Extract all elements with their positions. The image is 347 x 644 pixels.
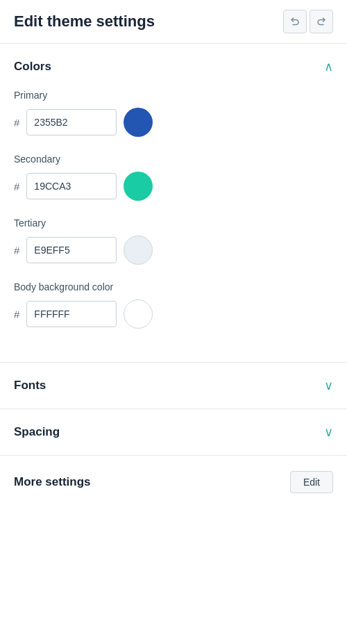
page-title: Edit theme settings (14, 13, 155, 31)
spacing-chevron-icon: ∨ (324, 424, 333, 440)
secondary-color-input-row: # (14, 172, 333, 201)
body-bg-color-input[interactable] (26, 301, 117, 327)
tertiary-color-input-row: # (14, 236, 333, 265)
fonts-section-header[interactable]: Fonts ∨ (0, 363, 347, 408)
primary-color-label: Primary (14, 90, 333, 101)
spacing-section: Spacing ∨ (0, 409, 347, 456)
spacing-section-header[interactable]: Spacing ∨ (0, 409, 347, 455)
undo-button[interactable] (283, 10, 307, 33)
body-bg-hash-symbol: # (14, 308, 19, 320)
primary-color-input-row: # (14, 108, 333, 137)
body-bg-color-input-row: # (14, 299, 333, 329)
primary-color-swatch[interactable] (124, 108, 153, 137)
body-bg-color-row: Body background color # (14, 281, 333, 329)
fonts-section-title: Fonts (14, 379, 46, 393)
colors-section-header[interactable]: Colors ∧ (0, 44, 347, 90)
secondary-hash-symbol: # (14, 181, 19, 192)
redo-button[interactable] (310, 10, 333, 33)
colors-section: Colors ∧ Primary # Secondary # Tertiary (0, 44, 347, 363)
more-settings-section: More settings Edit (0, 456, 347, 509)
primary-hash-symbol: # (14, 117, 19, 129)
body-bg-color-label: Body background color (14, 281, 333, 292)
tertiary-color-row: Tertiary # (14, 217, 333, 265)
primary-color-input[interactable] (26, 109, 117, 135)
header-actions (283, 10, 333, 33)
secondary-color-label: Secondary (14, 154, 333, 165)
more-settings-title: More settings (14, 475, 91, 489)
colors-section-title: Colors (14, 60, 51, 74)
fonts-section: Fonts ∨ (0, 363, 347, 409)
header: Edit theme settings (0, 0, 347, 44)
more-settings-edit-button[interactable]: Edit (290, 471, 333, 493)
secondary-color-input[interactable] (26, 173, 117, 199)
primary-color-row: Primary # (14, 90, 333, 137)
colors-chevron-icon: ∧ (324, 59, 333, 74)
fonts-chevron-icon: ∨ (324, 378, 333, 393)
secondary-color-swatch[interactable] (124, 172, 153, 201)
body-bg-color-swatch[interactable] (124, 299, 153, 329)
tertiary-color-swatch[interactable] (124, 236, 153, 265)
tertiary-color-label: Tertiary (14, 217, 333, 229)
tertiary-color-input[interactable] (26, 237, 117, 263)
spacing-section-title: Spacing (14, 425, 60, 439)
secondary-color-row: Secondary # (14, 154, 333, 201)
colors-section-content: Primary # Secondary # Tertiary # (0, 90, 347, 362)
tertiary-hash-symbol: # (14, 245, 19, 256)
